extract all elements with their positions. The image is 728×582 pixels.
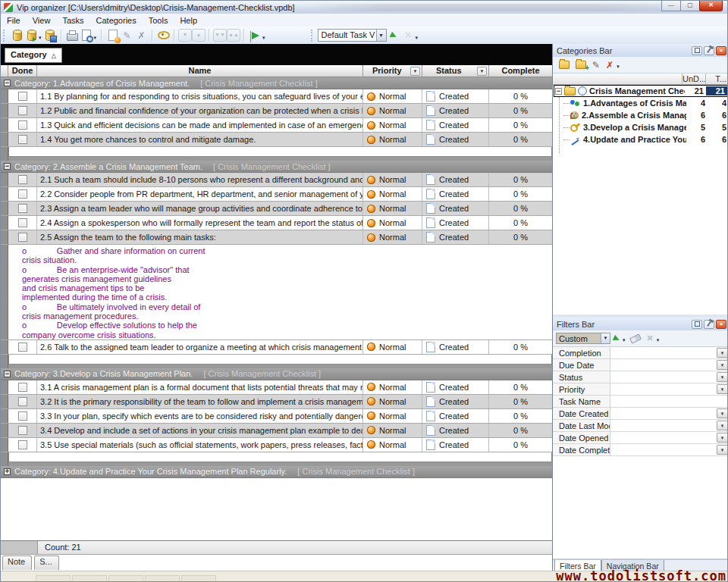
filter-value-field[interactable]: [610, 420, 717, 431]
new-task-button[interactable]: [105, 28, 120, 42]
filter-dropdown-button[interactable]: ▼: [717, 348, 728, 358]
column-header-name[interactable]: Name: [37, 65, 363, 77]
toolbar-drag-handle[interactable]: [3, 30, 7, 42]
task-row[interactable]: 2.4 Assign a spokesperson who will forma…: [1, 216, 552, 230]
filter-value-field[interactable]: [610, 371, 717, 383]
done-checkbox[interactable]: [18, 426, 27, 435]
done-checkbox[interactable]: [18, 383, 27, 392]
move-down-button[interactable]: ▼: [178, 29, 192, 42]
move-up-button[interactable]: ▲: [192, 29, 206, 42]
done-checkbox[interactable]: [18, 189, 27, 199]
clear-filter-button[interactable]: [629, 333, 641, 343]
filter-preset-combobox[interactable]: Custom ▼: [556, 333, 610, 344]
combobox-dropdown-button[interactable]: ▼: [376, 30, 386, 41]
row-selector[interactable]: [1, 147, 8, 161]
row-selector[interactable]: [1, 104, 8, 117]
row-selector[interactable]: [1, 89, 8, 103]
filter-dropdown-button[interactable]: ▼: [717, 372, 728, 382]
filter-value-field[interactable]: [610, 396, 728, 407]
row-selector[interactable]: [1, 202, 8, 215]
column-header-complete[interactable]: Complete: [489, 65, 552, 77]
done-checkbox[interactable]: [18, 440, 27, 449]
row-selector[interactable]: [1, 118, 8, 132]
filter-value-field[interactable]: [610, 359, 717, 371]
delete-category-button[interactable]: ✗: [606, 61, 613, 70]
task-row[interactable]: 1.4 You get more chances to control and …: [1, 133, 552, 147]
done-checkbox[interactable]: [18, 120, 27, 130]
filter-value-field[interactable]: [610, 444, 717, 455]
row-selector[interactable]: [1, 230, 8, 244]
done-checkbox[interactable]: [18, 218, 27, 227]
tab-note[interactable]: Note: [2, 555, 32, 570]
row-selector[interactable]: [1, 395, 8, 408]
row-selector[interactable]: [1, 424, 8, 437]
done-checkbox[interactable]: [18, 343, 27, 352]
categories-toolbar-caret[interactable]: ▾: [617, 64, 620, 70]
tree-category-item[interactable]: 3.Develop a Crisis Managemen55: [553, 121, 728, 133]
task-row[interactable]: 2.5 Assign the team to the following mai…: [1, 230, 552, 245]
task-row[interactable]: 2.3 Assign a team leader who will manage…: [1, 202, 552, 216]
category-row[interactable]: +Category: 4.Update and Practice Your Cr…: [1, 466, 552, 478]
row-selector[interactable]: [1, 187, 8, 201]
view-dropdown-caret[interactable]: ▾: [416, 35, 419, 41]
collapse-icon[interactable]: −: [4, 163, 11, 170]
new-task-list-button[interactable]: [559, 61, 570, 69]
menu-item-view[interactable]: View: [27, 15, 57, 26]
new-category-button[interactable]: [576, 61, 586, 69]
filter-value-field[interactable]: [610, 347, 717, 358]
print-dropdown-caret[interactable]: ▾: [94, 35, 97, 41]
row-selector[interactable]: [1, 245, 8, 340]
task-row[interactable]: 3.3 In your plan, specify which events a…: [1, 409, 552, 424]
float-panel-button[interactable]: [692, 320, 702, 329]
close-button[interactable]: ✕: [699, 1, 723, 11]
menu-item-tools[interactable]: Tools: [143, 15, 174, 26]
open-database-button[interactable]: [24, 28, 39, 42]
row-selector[interactable]: [1, 133, 8, 146]
column-header-status[interactable]: Status▼: [422, 65, 489, 77]
menu-item-help[interactable]: Help: [174, 15, 203, 26]
filter-dropdown-button[interactable]: ▼: [717, 360, 728, 370]
close-panel-button[interactable]: ×: [716, 46, 726, 55]
tree-category-item[interactable]: 2.Assemble a Crisis Manageme66: [553, 109, 728, 121]
edit-task-button[interactable]: ✎: [120, 28, 134, 42]
task-row[interactable]: 2.6 Talk to the assigned team leader to …: [1, 340, 552, 355]
close-panel-button[interactable]: ×: [716, 320, 726, 329]
view-task-button[interactable]: [156, 28, 171, 42]
maximize-button[interactable]: ▢: [680, 1, 700, 11]
toolbar-drag-handle[interactable]: [311, 30, 315, 42]
filters-toolbar-caret[interactable]: ▾: [657, 337, 660, 343]
new-database-button[interactable]: [10, 28, 24, 42]
edit-category-button[interactable]: ✎: [592, 61, 600, 70]
filter-preset-dropdown[interactable]: ▼: [601, 333, 610, 343]
clear-view-button[interactable]: ✕: [401, 28, 416, 42]
done-checkbox[interactable]: [18, 233, 27, 242]
apply-view-button[interactable]: [387, 28, 401, 42]
task-row[interactable]: 3.1 A crisis management plan is a formal…: [1, 380, 552, 395]
menu-item-file[interactable]: File: [1, 15, 27, 26]
column-header-priority[interactable]: Priority▼: [363, 65, 422, 77]
task-row[interactable]: 3.4 Develop and include a set of actions…: [1, 424, 552, 438]
menu-item-tasks[interactable]: Tasks: [56, 15, 89, 26]
expand-icon[interactable]: +: [4, 468, 11, 475]
print-button[interactable]: [65, 28, 80, 42]
collapse-icon[interactable]: −: [4, 371, 11, 377]
task-row[interactable]: 2.2 Consider people from PR department, …: [1, 187, 552, 202]
done-checkbox[interactable]: [18, 92, 27, 101]
apply-filter-button[interactable]: [613, 334, 621, 343]
priority-filter-dropdown[interactable]: ▼: [410, 67, 420, 76]
filter-value-field[interactable]: [610, 432, 717, 443]
row-selector[interactable]: [1, 216, 8, 230]
float-panel-button[interactable]: [692, 46, 702, 55]
delete-task-button[interactable]: ✗: [134, 28, 149, 42]
done-checkbox[interactable]: [18, 204, 27, 213]
save-database-button[interactable]: [43, 28, 58, 42]
flag-dropdown-caret[interactable]: ▾: [262, 35, 265, 41]
done-checkbox[interactable]: [18, 175, 27, 184]
column-header-done[interactable]: Done: [8, 65, 37, 77]
filter-dropdown-button[interactable]: ▼: [717, 384, 728, 394]
task-row[interactable]: 3.2 It is the primary responsibility of …: [1, 395, 552, 409]
minimize-button[interactable]: —: [661, 1, 681, 11]
row-selector[interactable]: [1, 452, 8, 466]
row-selector[interactable]: [1, 173, 8, 186]
row-selector[interactable]: [1, 355, 8, 368]
